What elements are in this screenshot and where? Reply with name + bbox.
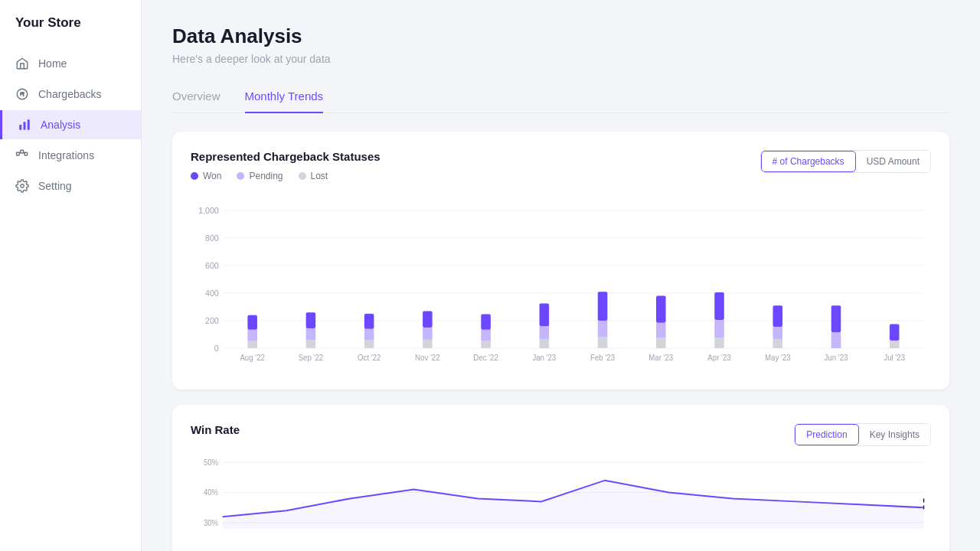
svg-rect-46 bbox=[598, 337, 608, 348]
svg-text:Feb '23: Feb '23 bbox=[590, 354, 615, 362]
legend-dot-won bbox=[191, 172, 198, 180]
win-rate-toggle: Prediction Key Insights bbox=[794, 423, 931, 446]
win-rate-svg: 50%40%30% bbox=[191, 452, 931, 544]
svg-rect-52 bbox=[656, 296, 666, 323]
svg-text:0: 0 bbox=[214, 344, 219, 353]
setting-icon bbox=[15, 179, 29, 193]
brand-name: Your Store bbox=[0, 15, 141, 49]
svg-text:Aug '22: Aug '22 bbox=[240, 354, 264, 362]
svg-rect-31 bbox=[364, 329, 374, 341]
sidebar-label-setting: Setting bbox=[38, 180, 72, 192]
page-title: Data Analysis bbox=[172, 24, 949, 48]
svg-rect-26 bbox=[306, 340, 316, 348]
svg-rect-47 bbox=[598, 321, 608, 337]
sidebar-item-home[interactable]: Home bbox=[0, 49, 141, 78]
svg-text:Jul '23: Jul '23 bbox=[884, 354, 905, 362]
legend-lost: Lost bbox=[299, 171, 328, 181]
svg-rect-28 bbox=[306, 312, 316, 328]
svg-text:May '23: May '23 bbox=[765, 354, 791, 362]
svg-text:Sep '22: Sep '22 bbox=[299, 354, 323, 362]
svg-line-7 bbox=[19, 152, 21, 154]
svg-rect-23 bbox=[247, 330, 257, 341]
integrations-icon bbox=[15, 148, 29, 162]
svg-text:Dec '22: Dec '22 bbox=[473, 354, 498, 362]
svg-rect-2 bbox=[24, 122, 26, 130]
toggle-prediction[interactable]: Prediction bbox=[795, 424, 858, 445]
svg-rect-65 bbox=[890, 341, 900, 348]
sidebar-item-integrations[interactable]: Integrations bbox=[0, 141, 141, 170]
legend-label-won: Won bbox=[203, 171, 221, 181]
analysis-icon bbox=[18, 118, 31, 132]
svg-text:1,000: 1,000 bbox=[198, 206, 219, 215]
chargebacks-card: Represented Chargeback Statuses Won Pend… bbox=[172, 132, 949, 390]
svg-text:50%: 50% bbox=[204, 458, 218, 467]
svg-rect-62 bbox=[831, 332, 841, 348]
bar-chart-container: 1,0008006004002000Aug '22Sep '22Oct '22N… bbox=[191, 203, 931, 371]
sidebar-item-chargebacks[interactable]: Chargebacks bbox=[0, 80, 141, 109]
svg-rect-44 bbox=[540, 304, 550, 327]
svg-text:400: 400 bbox=[205, 289, 219, 298]
toggle-chargebacks-count[interactable]: # of Chargebacks bbox=[761, 151, 856, 172]
page-subtitle: Here's a deeper look at your data bbox=[172, 53, 949, 65]
tab-monthly-trends[interactable]: Monthly Trends bbox=[245, 83, 324, 113]
svg-rect-43 bbox=[540, 326, 550, 339]
svg-rect-66 bbox=[890, 324, 900, 341]
legend-label-pending: Pending bbox=[249, 171, 283, 181]
svg-rect-60 bbox=[773, 305, 782, 327]
svg-rect-56 bbox=[714, 292, 724, 320]
chargebacks-card-title: Represented Chargeback Statuses Won Pend… bbox=[191, 150, 381, 191]
svg-rect-36 bbox=[423, 311, 433, 328]
sidebar-label-chargebacks: Chargebacks bbox=[38, 88, 102, 100]
svg-rect-34 bbox=[423, 340, 433, 348]
toggle-key-insights[interactable]: Key Insights bbox=[859, 424, 930, 445]
svg-rect-58 bbox=[773, 339, 782, 348]
chargebacks-legend: Won Pending Lost bbox=[191, 171, 381, 181]
svg-rect-6 bbox=[24, 152, 28, 155]
svg-rect-32 bbox=[364, 314, 374, 329]
svg-rect-4 bbox=[17, 152, 20, 155]
svg-rect-24 bbox=[247, 315, 257, 330]
legend-dot-pending bbox=[237, 172, 244, 180]
main-content: Data Analysis Here's a deeper look at yo… bbox=[142, 0, 980, 551]
svg-line-8 bbox=[24, 152, 25, 154]
legend-label-lost: Lost bbox=[311, 171, 328, 181]
svg-rect-59 bbox=[773, 327, 782, 339]
win-rate-title: Win Rate bbox=[191, 423, 240, 436]
tab-overview[interactable]: Overview bbox=[172, 83, 220, 113]
win-rate-card-header: Win Rate Prediction Key Insights bbox=[191, 423, 931, 446]
svg-rect-1 bbox=[19, 125, 21, 130]
tabs: Overview Monthly Trends bbox=[172, 83, 949, 113]
svg-text:Jan '23: Jan '23 bbox=[532, 354, 556, 362]
svg-text:800: 800 bbox=[205, 233, 219, 243]
svg-text:30%: 30% bbox=[204, 519, 218, 527]
bar-chart-svg: 1,0008006004002000Aug '22Sep '22Oct '22N… bbox=[191, 203, 931, 371]
svg-text:Jun '23: Jun '23 bbox=[825, 354, 848, 362]
win-rate-chart-area: 50%40%30% bbox=[191, 452, 931, 544]
sidebar-label-analysis: Analysis bbox=[41, 119, 80, 131]
svg-rect-63 bbox=[831, 305, 841, 332]
toggle-chargebacks-usd[interactable]: USD Amount bbox=[856, 151, 930, 172]
sidebar-item-setting[interactable]: Setting bbox=[0, 171, 141, 201]
legend-dot-lost bbox=[299, 172, 306, 180]
svg-rect-22 bbox=[247, 341, 257, 348]
svg-text:Nov '22: Nov '22 bbox=[415, 354, 439, 362]
svg-rect-55 bbox=[714, 320, 724, 337]
svg-rect-3 bbox=[28, 119, 30, 130]
svg-rect-42 bbox=[540, 339, 550, 348]
svg-text:Mar '23: Mar '23 bbox=[648, 354, 673, 362]
svg-rect-48 bbox=[598, 292, 608, 321]
svg-text:40%: 40% bbox=[204, 488, 218, 497]
svg-rect-54 bbox=[714, 338, 724, 349]
svg-rect-50 bbox=[656, 338, 666, 349]
svg-rect-27 bbox=[306, 328, 316, 340]
svg-rect-30 bbox=[364, 341, 374, 348]
chargebacks-chart-area: 1,0008006004002000Aug '22Sep '22Oct '22N… bbox=[191, 203, 931, 371]
chargebacks-icon bbox=[15, 87, 29, 101]
legend-pending: Pending bbox=[237, 171, 283, 181]
win-rate-card: Win Rate Prediction Key Insights 50%40%3… bbox=[172, 405, 949, 551]
svg-point-9 bbox=[21, 184, 24, 188]
svg-rect-40 bbox=[481, 315, 491, 330]
sidebar-item-analysis[interactable]: Analysis bbox=[0, 110, 141, 139]
svg-rect-51 bbox=[656, 323, 666, 338]
svg-text:600: 600 bbox=[205, 261, 219, 270]
